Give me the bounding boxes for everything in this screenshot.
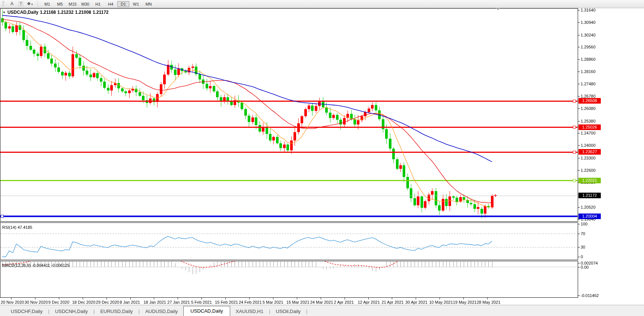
date-tick-label: 30 Nov 2020 bbox=[25, 300, 48, 304]
hline-price-badge: 1.23627 bbox=[578, 149, 601, 155]
toolbar-grip[interactable]: ⠿F bbox=[1, 1, 6, 7]
date-tick-label: 15 Mar 2021 bbox=[286, 300, 310, 304]
macd-tick-label: 0.00 bbox=[581, 265, 589, 269]
objects-tool-icon[interactable]: ❖▾ bbox=[25, 1, 34, 7]
macd-label: MACD(12,26,9) -0.004411 -0.006125 bbox=[2, 263, 70, 268]
price-tick-label: 1.22600 bbox=[581, 168, 596, 173]
date-tick-label: 18 Jan 2021 bbox=[143, 300, 166, 304]
date-tick-label: 24 Feb 2021 bbox=[239, 300, 262, 304]
date-tick-label: 5 Feb 2021 bbox=[191, 300, 212, 304]
price-tick-label: 1.25380 bbox=[581, 119, 596, 123]
hline-price-badge: 1.26508 bbox=[578, 98, 601, 104]
bar-open: 1.21168 bbox=[40, 10, 56, 15]
bar-high: 1.21232 bbox=[57, 10, 73, 15]
date-tick-label: 10 May 2021 bbox=[429, 300, 453, 304]
price-tick-label: 1.27480 bbox=[581, 82, 596, 86]
font-tool-icon[interactable]: A bbox=[7, 1, 16, 7]
tab-usdcnh-daily[interactable]: USDCNH,Daily bbox=[50, 307, 93, 316]
tab-separator: | bbox=[306, 309, 307, 316]
tab-usoil-daily[interactable]: USOil,Daily bbox=[270, 307, 306, 316]
price-tick-label: 1.26780 bbox=[581, 94, 596, 98]
tab-audusd-daily[interactable]: AUDUSD,Daily bbox=[140, 307, 183, 316]
tab-xauusd-h1[interactable]: XAUUSD,H1 bbox=[230, 307, 269, 316]
chart-symbol: USDCAD,Daily bbox=[7, 10, 38, 15]
price-tick-label: 1.30240 bbox=[581, 33, 596, 37]
toolbar-separator bbox=[37, 1, 40, 7]
timeframe-button-h1[interactable]: H1 bbox=[92, 1, 104, 7]
price-tick-label: 1.23300 bbox=[581, 156, 596, 160]
date-tick-label: 19 May 2021 bbox=[453, 300, 477, 304]
price-tick-label: 1.24000 bbox=[581, 143, 596, 148]
current-price-badge: 1.21172 bbox=[578, 193, 601, 198]
date-tick-label: 8 Jan 2021 bbox=[120, 300, 140, 304]
date-tick-label: 5 Mar 2021 bbox=[263, 300, 283, 304]
bar-low: 1.21008 bbox=[75, 10, 91, 15]
hline-price-badge: 1.25026 bbox=[578, 124, 601, 130]
timeframe-button-m15[interactable]: M15 bbox=[67, 1, 79, 7]
timeframe-button-w1[interactable]: W1 bbox=[130, 1, 142, 7]
hline-price-badge: 1.20004 bbox=[578, 214, 601, 219]
rsi-label: RSI(14) 47.4185 bbox=[2, 225, 32, 230]
date-tick-label: 2 Apr 2021 bbox=[334, 300, 354, 304]
date-tick-label: 24 Mar 2021 bbox=[310, 300, 333, 304]
price-tick-label: 1.26080 bbox=[581, 106, 596, 111]
tab-eurusd-daily[interactable]: EURUSD,Daily bbox=[95, 307, 138, 316]
rsi-tick-label: 30 bbox=[581, 245, 585, 249]
tab-usdcad-daily[interactable]: USDCAD,Daily bbox=[183, 306, 230, 316]
price-tick-label: 1.28160 bbox=[581, 69, 596, 74]
date-tick-label: 30 Apr 2021 bbox=[405, 300, 427, 304]
chart-tabs: USDCHF,Daily|USDCNH,Daily|EURUSD,Daily|A… bbox=[0, 305, 644, 316]
price-tick-label: 1.28860 bbox=[581, 57, 596, 61]
date-tick-label: 29 Dec 2020 bbox=[96, 300, 119, 304]
timeframe-button-m5[interactable]: M5 bbox=[54, 1, 66, 7]
price-tick-label: 1.29560 bbox=[581, 45, 596, 49]
price-tick-label: 1.31640 bbox=[581, 8, 596, 12]
timeframe-button-h4[interactable]: H4 bbox=[105, 1, 117, 7]
price-chart-canvas[interactable] bbox=[0, 8, 644, 305]
date-tick-label: 27 Jan 2021 bbox=[167, 300, 190, 304]
chart-region[interactable]: ▼USDCAD,Daily1.211681.212321.210081.2117… bbox=[0, 8, 644, 305]
chevron-down-icon[interactable]: ▼ bbox=[3, 11, 6, 14]
date-tick-label: 21 Apr 2021 bbox=[381, 300, 403, 304]
rsi-tick-label: 70 bbox=[581, 231, 585, 236]
date-tick-label: 9 Dec 2020 bbox=[48, 300, 69, 304]
rsi-tick-label: 100 bbox=[581, 222, 587, 226]
date-tick-label: 20 Nov 2020 bbox=[1, 300, 24, 304]
timeframe-button-m30[interactable]: M30 bbox=[79, 1, 91, 7]
hline-price-badge: 1.22021 bbox=[578, 178, 601, 183]
top-toolbar: ⠿F AT❖▾ M1M5M15M30H1H4D1W1MN bbox=[0, 0, 644, 8]
price-tick-label: 1.30940 bbox=[581, 20, 596, 25]
text-label-tool-icon[interactable]: T bbox=[16, 1, 25, 7]
date-tick-label: 12 Apr 2021 bbox=[358, 300, 380, 304]
tab-usdchf-daily[interactable]: USDCHF,Daily bbox=[5, 307, 48, 316]
date-tick-label: 15 Feb 2021 bbox=[215, 300, 238, 304]
timeframe-button-m1[interactable]: M1 bbox=[41, 1, 53, 7]
timeframe-button-d1[interactable]: D1 bbox=[117, 1, 129, 7]
macd-tick-label: -0.011462 bbox=[581, 293, 599, 298]
chart-header: ▼USDCAD,Daily1.211681.212321.210081.2117… bbox=[3, 10, 110, 15]
bar-close: 1.21172 bbox=[93, 10, 109, 15]
price-tick-label: 1.24700 bbox=[581, 131, 596, 135]
price-tick-label: 1.20520 bbox=[581, 205, 596, 209]
rsi-tick-label: 0 bbox=[581, 255, 583, 259]
timeframe-button-mn[interactable]: MN bbox=[143, 1, 155, 7]
date-tick-label: 28 May 2021 bbox=[477, 300, 501, 304]
date-tick-label: 18 Dec 2020 bbox=[72, 300, 95, 304]
